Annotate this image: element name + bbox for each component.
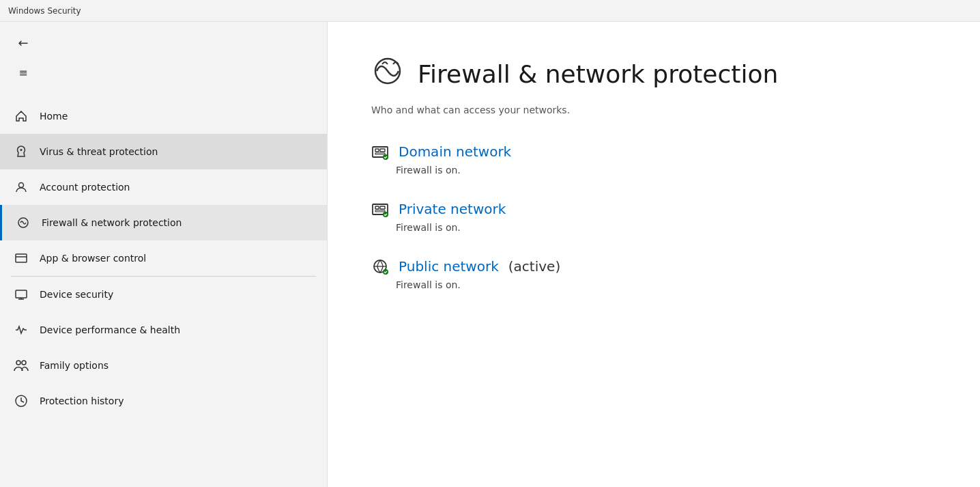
- firewall-icon: [16, 215, 31, 230]
- svg-rect-3: [16, 254, 27, 262]
- appbrowser-icon: [14, 251, 29, 266]
- svg-rect-19: [380, 206, 385, 209]
- sidebar-item-account-label: Account protection: [40, 181, 130, 193]
- sidebar-item-family[interactable]: Family options: [0, 348, 327, 383]
- virus-icon: [14, 144, 29, 159]
- back-icon: ←: [18, 36, 28, 50]
- account-icon: [14, 180, 29, 195]
- sidebar-top: ← ≡: [0, 22, 327, 93]
- nav-items: Home Virus & threat protection: [0, 98, 327, 419]
- public-network-active-label: (active): [508, 258, 560, 275]
- private-network-name[interactable]: Private network: [399, 201, 506, 217]
- title-bar: Windows Security: [0, 0, 980, 22]
- svg-rect-14: [380, 149, 385, 152]
- app-container: ← ≡ Home: [0, 22, 980, 487]
- sidebar-item-devicehealth[interactable]: Device performance & health: [0, 312, 327, 348]
- public-network-status: Firewall is on.: [396, 279, 936, 290]
- sidebar-item-firewall-label: Firewall & network protection: [42, 217, 182, 229]
- hamburger-icon: ≡: [18, 66, 27, 79]
- sidebar-item-virus[interactable]: Virus & threat protection: [0, 134, 327, 169]
- sidebar-item-devicesecurity[interactable]: Device security: [0, 277, 327, 312]
- page-title: Firewall & network protection: [418, 60, 778, 88]
- sidebar-item-firewall[interactable]: Firewall & network protection: [0, 205, 327, 240]
- domain-network-section: Domain network Firewall is on.: [371, 143, 936, 176]
- private-network-section: Private network Firewall is on.: [371, 200, 936, 233]
- devicehealth-icon: [14, 322, 29, 337]
- sidebar-item-home[interactable]: Home: [0, 98, 327, 134]
- sidebar-item-history-label: Protection history: [40, 395, 124, 407]
- back-button[interactable]: ←: [11, 30, 35, 55]
- public-network-icon: [371, 258, 389, 275]
- domain-network-status: Firewall is on.: [396, 165, 936, 176]
- main-content: Firewall & network protection Who and wh…: [328, 22, 980, 487]
- page-title-icon: [371, 55, 404, 94]
- svg-rect-13: [375, 149, 379, 152]
- sidebar-item-virus-label: Virus & threat protection: [40, 145, 158, 158]
- title-bar-label: Windows Security: [8, 6, 81, 16]
- page-header: Firewall & network protection: [371, 55, 936, 94]
- svg-rect-18: [375, 206, 379, 209]
- private-network-status: Firewall is on.: [396, 222, 936, 233]
- domain-network-name[interactable]: Domain network: [399, 143, 511, 160]
- svg-point-16: [383, 154, 388, 160]
- public-network-section: Public network (active) Firewall is on.: [371, 258, 936, 290]
- sidebar-item-appbrowser-label: App & browser control: [40, 252, 146, 264]
- family-icon: [14, 358, 29, 373]
- public-network-link-row: Public network (active): [371, 258, 936, 275]
- sidebar-item-family-label: Family options: [40, 359, 109, 372]
- svg-rect-5: [16, 290, 27, 298]
- svg-rect-20: [375, 210, 385, 212]
- svg-point-23: [383, 269, 388, 275]
- sidebar-item-devicehealth-label: Device performance & health: [40, 324, 180, 336]
- sidebar-item-account[interactable]: Account protection: [0, 169, 327, 205]
- svg-point-0: [20, 149, 23, 151]
- sidebar: ← ≡ Home: [0, 22, 328, 487]
- sidebar-item-devicesecurity-label: Device security: [40, 288, 113, 301]
- sidebar-item-home-label: Home: [40, 110, 68, 122]
- domain-network-icon: [371, 143, 389, 161]
- home-icon: [14, 109, 29, 124]
- svg-point-9: [22, 361, 26, 365]
- svg-point-1: [19, 183, 24, 188]
- private-network-link-row: Private network: [371, 200, 936, 218]
- svg-point-8: [16, 361, 20, 365]
- svg-rect-15: [375, 153, 385, 154]
- domain-network-link-row: Domain network: [371, 143, 936, 161]
- devicesecurity-icon: [14, 287, 29, 302]
- sidebar-item-history[interactable]: Protection history: [0, 383, 327, 419]
- hamburger-button[interactable]: ≡: [11, 60, 35, 85]
- public-network-name[interactable]: Public network: [399, 258, 499, 275]
- svg-point-21: [383, 212, 388, 217]
- sidebar-item-appbrowser[interactable]: App & browser control: [0, 240, 327, 276]
- private-network-icon: [371, 200, 389, 218]
- page-subtitle: Who and what can access your networks.: [371, 105, 936, 115]
- history-icon: [14, 393, 29, 408]
